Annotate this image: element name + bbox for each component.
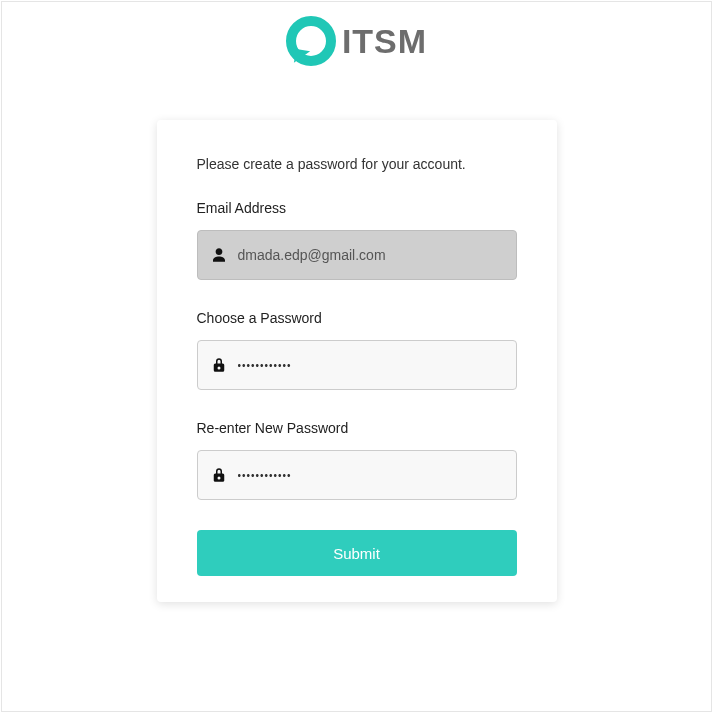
confirm-input-wrap[interactable] (197, 450, 517, 500)
password-input-wrap[interactable] (197, 340, 517, 390)
create-password-card: Please create a password for your accoun… (157, 120, 557, 602)
brand-name: ITSM (342, 22, 427, 61)
instruction-text: Please create a password for your accoun… (197, 156, 517, 172)
page-container: ITSM Please create a password for your a… (1, 1, 712, 712)
email-label: Email Address (197, 200, 517, 216)
password-label: Choose a Password (197, 310, 517, 326)
confirm-field-group: Re-enter New Password (197, 420, 517, 500)
password-input[interactable] (238, 341, 504, 389)
email-input (238, 231, 504, 279)
lock-icon (210, 466, 228, 484)
brand-icon (286, 16, 336, 66)
lock-icon (210, 356, 228, 374)
email-input-wrap (197, 230, 517, 280)
password-field-group: Choose a Password (197, 310, 517, 390)
confirm-label: Re-enter New Password (197, 420, 517, 436)
brand-logo: ITSM (2, 2, 711, 72)
email-field-group: Email Address (197, 200, 517, 280)
submit-button[interactable]: Submit (197, 530, 517, 576)
user-icon (210, 246, 228, 264)
confirm-input[interactable] (238, 451, 504, 499)
